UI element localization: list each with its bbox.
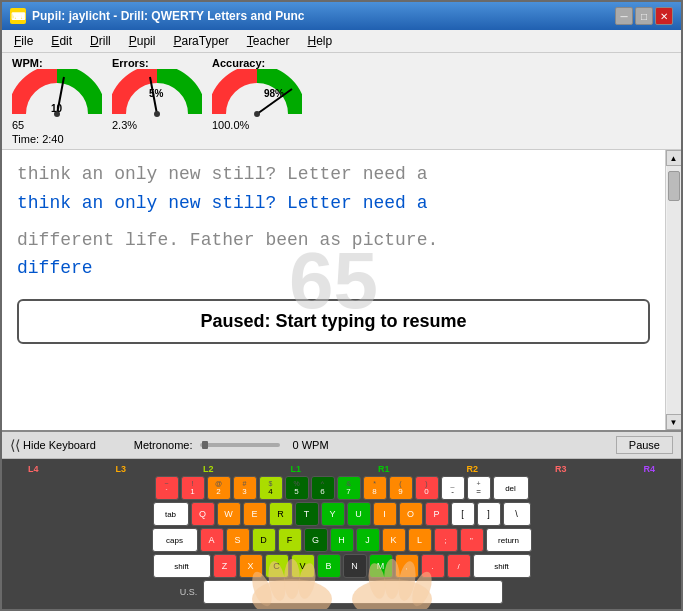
key-g[interactable]: G bbox=[304, 528, 328, 552]
key-row-1: ~` !1 @2 #3 $4 %5 ^6 &7 *8 (9 )0 _- += d… bbox=[8, 476, 675, 500]
key-i[interactable]: I bbox=[373, 502, 397, 526]
key-quote[interactable]: " bbox=[460, 528, 484, 552]
key-w[interactable]: W bbox=[217, 502, 241, 526]
key-slash[interactable]: / bbox=[447, 554, 471, 578]
text-area: 65 think an only new still? Letter need … bbox=[2, 150, 665, 430]
key-u[interactable]: U bbox=[347, 502, 371, 526]
svg-text:5%: 5% bbox=[149, 88, 164, 99]
key-tilde[interactable]: ~` bbox=[155, 476, 179, 500]
key-4[interactable]: $4 bbox=[259, 476, 283, 500]
scrollbar-track[interactable] bbox=[667, 166, 681, 414]
app-icon: ⌨ bbox=[10, 8, 26, 24]
key-space[interactable] bbox=[203, 580, 503, 604]
key-row-4: shift Z X C V B N M , . / shift bbox=[8, 554, 675, 578]
text-line-3: different life. Father been as picture. bbox=[17, 226, 650, 255]
menu-help[interactable]: Help bbox=[300, 32, 341, 50]
key-x[interactable]: X bbox=[239, 554, 263, 578]
key-shift-left[interactable]: shift bbox=[153, 554, 211, 578]
stats-bar: WPM: bbox=[2, 53, 681, 150]
title-buttons: ─ □ ✕ bbox=[615, 7, 673, 25]
key-semicolon[interactable]: ; bbox=[434, 528, 458, 552]
key-0[interactable]: )0 bbox=[415, 476, 439, 500]
svg-text:98%: 98% bbox=[264, 88, 284, 99]
key-v[interactable]: V bbox=[291, 554, 315, 578]
key-minus[interactable]: _- bbox=[441, 476, 465, 500]
key-backslash[interactable]: \ bbox=[503, 502, 531, 526]
svg-text:10: 10 bbox=[51, 103, 63, 114]
key-f[interactable]: F bbox=[278, 528, 302, 552]
accuracy-value: 100.0% bbox=[212, 119, 302, 131]
hide-keyboard-label: Hide Keyboard bbox=[23, 439, 96, 451]
key-z[interactable]: Z bbox=[213, 554, 237, 578]
key-return[interactable]: return bbox=[486, 528, 532, 552]
key-period[interactable]: . bbox=[421, 554, 445, 578]
menu-edit[interactable]: Edit bbox=[43, 32, 80, 50]
key-lbracket[interactable]: [ bbox=[451, 502, 475, 526]
menu-paratyper[interactable]: ParaTyper bbox=[165, 32, 236, 50]
close-button[interactable]: ✕ bbox=[655, 7, 673, 25]
key-2[interactable]: @2 bbox=[207, 476, 231, 500]
time-label: Time: bbox=[12, 133, 39, 145]
menu-drill[interactable]: Drill bbox=[82, 32, 119, 50]
accuracy-stat: Accuracy: 98% 100.0% bbox=[212, 57, 302, 131]
key-row-5: U.S. bbox=[8, 580, 675, 604]
title-bar: ⌨ Pupil: jaylicht - Drill: QWERTY Letter… bbox=[2, 2, 681, 30]
key-del[interactable]: del bbox=[493, 476, 529, 500]
errors-stat: Errors: 5% 2.3% bbox=[112, 57, 202, 131]
hide-keyboard-button[interactable]: ⟨⟨ Hide Keyboard bbox=[10, 437, 96, 453]
key-tab[interactable]: tab bbox=[153, 502, 189, 526]
key-s[interactable]: S bbox=[226, 528, 250, 552]
key-rbracket[interactable]: ] bbox=[477, 502, 501, 526]
scroll-down-button[interactable]: ▼ bbox=[666, 414, 682, 430]
key-k[interactable]: K bbox=[382, 528, 406, 552]
key-equals[interactable]: += bbox=[467, 476, 491, 500]
zone-l1: L1 bbox=[290, 464, 301, 474]
key-caps[interactable]: caps bbox=[152, 528, 198, 552]
key-o[interactable]: O bbox=[399, 502, 423, 526]
key-d[interactable]: D bbox=[252, 528, 276, 552]
minimize-button[interactable]: ─ bbox=[615, 7, 633, 25]
key-l[interactable]: L bbox=[408, 528, 432, 552]
metronome-slider[interactable] bbox=[200, 443, 280, 447]
key-9[interactable]: (9 bbox=[389, 476, 413, 500]
key-7[interactable]: &7 bbox=[337, 476, 361, 500]
key-n[interactable]: N bbox=[343, 554, 367, 578]
key-r[interactable]: R bbox=[269, 502, 293, 526]
key-6[interactable]: ^6 bbox=[311, 476, 335, 500]
zone-r4: R4 bbox=[643, 464, 655, 474]
errors-label: Errors: bbox=[112, 57, 202, 69]
key-3[interactable]: #3 bbox=[233, 476, 257, 500]
key-t[interactable]: T bbox=[295, 502, 319, 526]
scrollbar[interactable]: ▲ ▼ bbox=[665, 150, 681, 430]
key-e[interactable]: E bbox=[243, 502, 267, 526]
menu-file[interactable]: File bbox=[6, 32, 41, 50]
key-row-3: caps A S D F G H J K L ; " return bbox=[8, 528, 675, 552]
key-b[interactable]: B bbox=[317, 554, 341, 578]
key-q[interactable]: Q bbox=[191, 502, 215, 526]
zone-l4: L4 bbox=[28, 464, 39, 474]
menu-teacher[interactable]: Teacher bbox=[239, 32, 298, 50]
key-y[interactable]: Y bbox=[321, 502, 345, 526]
wpm-gauge: 10 bbox=[12, 69, 102, 119]
keyboard: L4 L3 L2 L1 R1 R2 R3 R4 ~` !1 @2 #3 $4 %… bbox=[2, 459, 681, 609]
key-a[interactable]: A bbox=[200, 528, 224, 552]
scroll-up-button[interactable]: ▲ bbox=[666, 150, 682, 166]
key-m[interactable]: M bbox=[369, 554, 393, 578]
key-shift-right[interactable]: shift bbox=[473, 554, 531, 578]
maximize-button[interactable]: □ bbox=[635, 7, 653, 25]
main-area: 65 think an only new still? Letter need … bbox=[2, 150, 681, 430]
key-j[interactable]: J bbox=[356, 528, 380, 552]
key-comma[interactable]: , bbox=[395, 554, 419, 578]
pause-button[interactable]: Pause bbox=[616, 436, 673, 454]
scrollbar-thumb[interactable] bbox=[668, 171, 680, 201]
key-h[interactable]: H bbox=[330, 528, 354, 552]
key-c[interactable]: C bbox=[265, 554, 289, 578]
key-5[interactable]: %5 bbox=[285, 476, 309, 500]
key-8[interactable]: *8 bbox=[363, 476, 387, 500]
pause-container: Paused: Start typing to resume bbox=[17, 299, 650, 344]
key-p[interactable]: P bbox=[425, 502, 449, 526]
time-value: 2:40 bbox=[42, 133, 63, 145]
key-1[interactable]: !1 bbox=[181, 476, 205, 500]
app-window: ⌨ Pupil: jaylicht - Drill: QWERTY Letter… bbox=[0, 0, 683, 611]
menu-pupil[interactable]: Pupil bbox=[121, 32, 164, 50]
